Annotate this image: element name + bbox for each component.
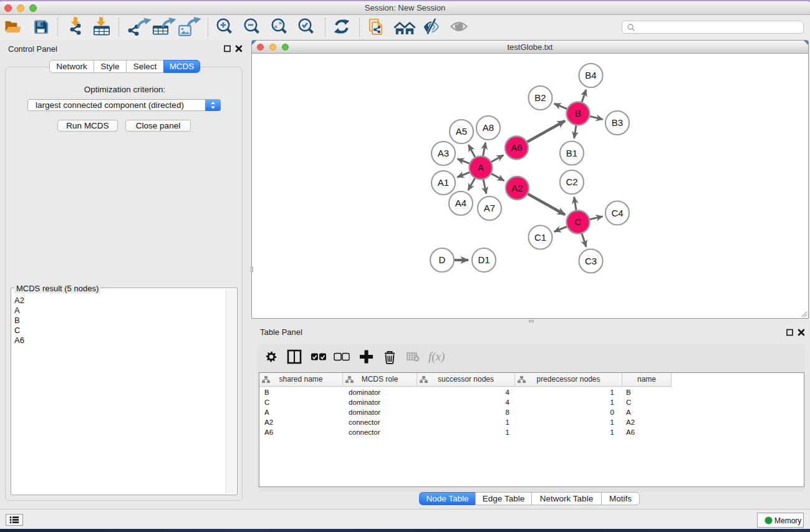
svg-text:B2: B2 <box>534 92 546 103</box>
svg-text:C: C <box>575 216 582 227</box>
svg-text:f(x): f(x) <box>428 350 445 364</box>
svg-text:C4: C4 <box>611 208 623 218</box>
svg-text:B: B <box>575 108 581 118</box>
svg-text:A8: A8 <box>483 122 494 133</box>
svg-text:A7: A7 <box>484 203 495 213</box>
svg-text:A3: A3 <box>438 148 449 158</box>
svg-text:B1: B1 <box>566 148 577 158</box>
svg-text:A: A <box>478 162 484 173</box>
svg-text:B4: B4 <box>585 70 596 80</box>
svg-text:C3: C3 <box>585 256 597 266</box>
svg-text:A5: A5 <box>456 126 467 137</box>
svg-text:A6: A6 <box>511 142 522 153</box>
svg-text:A4: A4 <box>455 198 466 208</box>
svg-text:D1: D1 <box>478 254 489 265</box>
svg-text:D: D <box>439 254 446 265</box>
svg-text:A2: A2 <box>511 183 523 193</box>
svg-text:C1: C1 <box>534 232 546 243</box>
svg-text:B3: B3 <box>612 117 623 128</box>
svg-text:A1: A1 <box>438 177 449 188</box>
svg-text:C2: C2 <box>566 177 577 187</box>
